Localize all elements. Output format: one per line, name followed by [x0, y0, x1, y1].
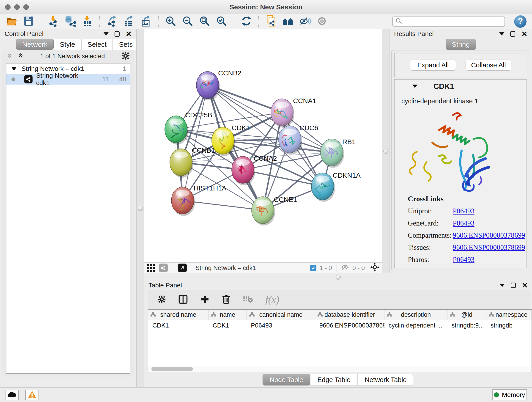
network-node-CDKN1A[interactable]: CDKN1A [311, 172, 361, 202]
panel-float-icon[interactable] [510, 31, 515, 37]
table-cell[interactable]: CDK1 [209, 320, 247, 331]
export-image-button[interactable] [140, 15, 152, 28]
save-session-button[interactable] [22, 15, 35, 28]
import-network-database-button[interactable] [64, 15, 76, 28]
open-session-button[interactable] [6, 15, 18, 28]
tab-sets[interactable]: Sets [113, 39, 139, 50]
tree-expand-icon[interactable] [12, 67, 17, 70]
zoom-in-button[interactable] [165, 15, 177, 28]
scrollbar-thumb[interactable] [152, 367, 193, 371]
network-row-selected[interactable]: String Network – cdk1 11 48 [6, 74, 130, 85]
memory-button[interactable]: Memory [492, 389, 527, 400]
column-header-shared-name[interactable]: shared name [148, 310, 209, 320]
network-node-RB1[interactable]: RB1 [321, 138, 355, 168]
toolbar-separator [158, 16, 158, 27]
delete-table-button[interactable] [243, 295, 253, 304]
network-node-CCNE1[interactable]: CCNE1 [252, 196, 297, 225]
crosslink-link[interactable]: 9606.ENSP00000378699 [453, 231, 525, 240]
close-window-button[interactable] [5, 4, 11, 10]
panel-close-icon[interactable]: ✕ [521, 30, 527, 38]
splitter-knob[interactable] [336, 274, 341, 280]
column-header-database-identifier[interactable]: database identifier [315, 310, 385, 320]
horizontal-splitter[interactable] [144, 273, 532, 281]
table-settings-button[interactable] [158, 295, 166, 304]
splitter-knob[interactable] [138, 206, 143, 211]
import-network-file-button[interactable] [47, 15, 60, 28]
panel-menu-icon[interactable] [104, 32, 109, 36]
tab-string[interactable]: String [446, 39, 476, 50]
column-header-@id[interactable]: @id [447, 310, 486, 320]
splitter-knob[interactable] [383, 149, 388, 154]
create-column-button[interactable] [200, 295, 209, 305]
zoom-out-button[interactable] [181, 15, 194, 28]
crosslink-link[interactable]: 9606.ENSP00000378699 [453, 243, 525, 252]
hide-selected-button[interactable] [299, 15, 311, 28]
column-header-canonical-name[interactable]: canonical name [247, 310, 315, 320]
toolbar-separator [99, 16, 100, 27]
crosslink-link[interactable]: P06493 [453, 207, 475, 215]
column-header-description[interactable]: description [385, 310, 447, 320]
delete-column-button[interactable] [222, 294, 230, 305]
panel-menu-icon[interactable] [499, 32, 504, 36]
network-node-CCNA1[interactable]: CCNA1 [271, 97, 317, 128]
vertical-splitter-left[interactable] [136, 29, 144, 387]
crosshair-icon[interactable] [370, 263, 380, 274]
collapse-all-chevron-icon[interactable] [6, 52, 13, 60]
table-tab-node-table[interactable]: Node Table [263, 374, 310, 385]
tab-style[interactable]: Style [54, 39, 81, 50]
table-cell[interactable]: stringdb [486, 320, 532, 331]
panel-float-icon[interactable] [114, 31, 120, 37]
export-table-button[interactable] [123, 15, 135, 28]
column-header-name[interactable]: name [209, 310, 247, 320]
hidden-eye-icon[interactable] [341, 264, 349, 272]
network-canvas[interactable]: CCNB2CCNA1CDC25BCDK1CDC6RB1CCNB1CCNA2CDK… [144, 29, 382, 262]
panel-float-icon[interactable] [511, 283, 516, 288]
panel-close-icon[interactable]: ✕ [126, 30, 132, 38]
table-cell[interactable]: cyclin-dependent ... [385, 320, 447, 331]
import-table-button[interactable] [81, 15, 94, 28]
expand-all-chevron-icon[interactable] [17, 52, 24, 60]
table-tab-network-table[interactable]: Network Table [358, 374, 414, 385]
network-edge-CDK1-RB1[interactable] [223, 141, 332, 153]
grid-view-icon[interactable] [147, 264, 155, 272]
network-node-HIST1H1A[interactable]: HIST1H1A [171, 184, 226, 216]
network-share-icon[interactable] [159, 264, 168, 272]
function-builder-button[interactable]: f(x) [265, 294, 279, 306]
tab-select[interactable]: Select [81, 39, 113, 50]
expand-all-button[interactable]: Expand All [410, 60, 456, 70]
entry-collapse-icon[interactable] [412, 85, 418, 88]
zoom-selected-button[interactable] [215, 15, 228, 28]
entry-header[interactable]: CDK1 [394, 80, 526, 93]
maximize-window-button[interactable] [23, 4, 29, 10]
table-cell[interactable]: CDK1 [148, 320, 209, 331]
table-row[interactable]: CDK1CDK1P064939606.ENSP00000378699cyclin… [148, 320, 532, 331]
show-columns-button[interactable] [178, 294, 188, 305]
table-cell[interactable]: stringdb:9... [447, 320, 486, 331]
search-input[interactable] [405, 18, 502, 25]
crosslink-link[interactable]: P06493 [453, 219, 475, 227]
cloud-status-button[interactable] [5, 390, 19, 400]
table-tab-edge-table[interactable]: Edge Table [310, 374, 358, 385]
warning-status-button[interactable] [25, 390, 39, 400]
detach-view-icon[interactable] [178, 264, 187, 272]
selected-checkbox-icon[interactable] [310, 265, 317, 271]
show-all-button[interactable] [316, 15, 328, 28]
table-cell[interactable]: 9606.ENSP00000378699 [315, 320, 385, 331]
clone-network-button[interactable] [265, 15, 277, 28]
refresh-button[interactable] [240, 15, 253, 28]
crosslink-link[interactable]: P06493 [453, 255, 475, 264]
gear-icon[interactable] [121, 51, 130, 61]
collapse-all-button[interactable]: Collapse All [466, 60, 511, 70]
export-network-button[interactable] [106, 15, 118, 28]
zoom-fit-button[interactable] [198, 15, 211, 28]
panel-menu-icon[interactable] [500, 284, 505, 287]
first-neighbors-button[interactable] [282, 15, 294, 28]
column-header-namespace[interactable]: namespace [486, 310, 532, 320]
vertical-splitter-right[interactable] [382, 29, 389, 273]
table-cell[interactable]: P06493 [247, 320, 315, 331]
table-horizontal-scrollbar[interactable] [148, 366, 532, 372]
help-button[interactable]: ? [514, 15, 526, 28]
panel-close-icon[interactable]: ✕ [522, 282, 528, 289]
tab-network[interactable]: Network [16, 39, 54, 50]
minimize-window-button[interactable] [14, 4, 20, 10]
